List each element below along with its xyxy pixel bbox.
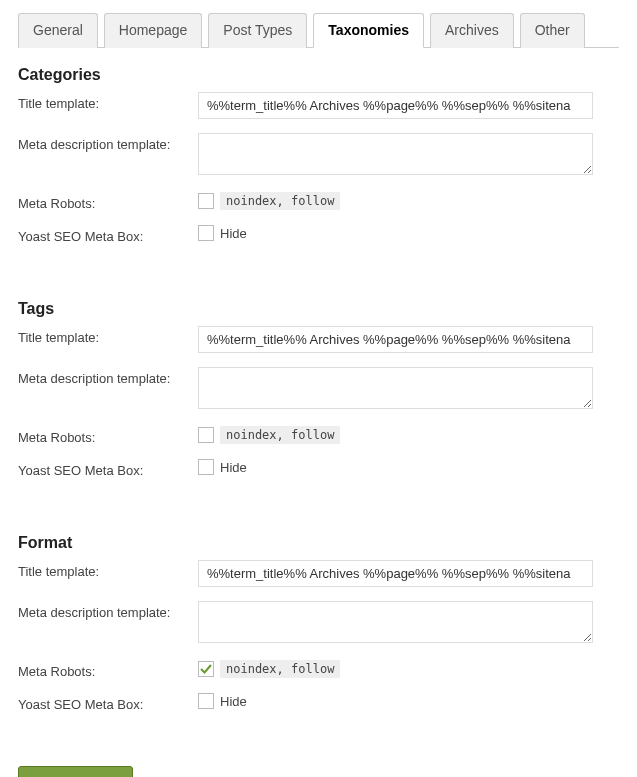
label-title-template: Title template: [18,560,198,579]
tab-post-types[interactable]: Post Types [208,13,307,48]
format-title-template-input[interactable] [198,560,593,587]
section-heading-format: Format [18,534,619,552]
hide-label: Hide [220,460,247,475]
meta-robots-badge: noindex, follow [220,426,340,444]
label-yoast-meta-box: Yoast SEO Meta Box: [18,225,198,244]
tab-other[interactable]: Other [520,13,585,48]
tags-meta-description-textarea[interactable] [198,367,593,409]
label-meta-robots: Meta Robots: [18,192,198,211]
tags-meta-robots-checkbox[interactable] [198,427,214,443]
label-meta-description: Meta description template: [18,367,198,386]
tab-general[interactable]: General [18,13,98,48]
label-title-template: Title template: [18,92,198,111]
hide-label: Hide [220,694,247,709]
label-yoast-meta-box: Yoast SEO Meta Box: [18,459,198,478]
hide-label: Hide [220,226,247,241]
label-meta-robots: Meta Robots: [18,660,198,679]
label-meta-description: Meta description template: [18,601,198,620]
label-yoast-meta-box: Yoast SEO Meta Box: [18,693,198,712]
tab-homepage[interactable]: Homepage [104,13,203,48]
format-hide-checkbox[interactable] [198,693,214,709]
label-meta-robots: Meta Robots: [18,426,198,445]
meta-robots-badge: noindex, follow [220,192,340,210]
tabs-nav: General Homepage Post Types Taxonomies A… [18,12,619,48]
meta-robots-badge: noindex, follow [220,660,340,678]
tags-hide-checkbox[interactable] [198,459,214,475]
label-meta-description: Meta description template: [18,133,198,152]
categories-meta-description-textarea[interactable] [198,133,593,175]
section-heading-tags: Tags [18,300,619,318]
categories-hide-checkbox[interactable] [198,225,214,241]
format-meta-robots-checkbox[interactable] [198,661,214,677]
format-meta-description-textarea[interactable] [198,601,593,643]
tags-title-template-input[interactable] [198,326,593,353]
save-button[interactable]: Save Changes [18,766,133,777]
tab-archives[interactable]: Archives [430,13,514,48]
section-heading-categories: Categories [18,66,619,84]
label-title-template: Title template: [18,326,198,345]
tab-taxonomies[interactable]: Taxonomies [313,13,424,48]
categories-title-template-input[interactable] [198,92,593,119]
categories-meta-robots-checkbox[interactable] [198,193,214,209]
